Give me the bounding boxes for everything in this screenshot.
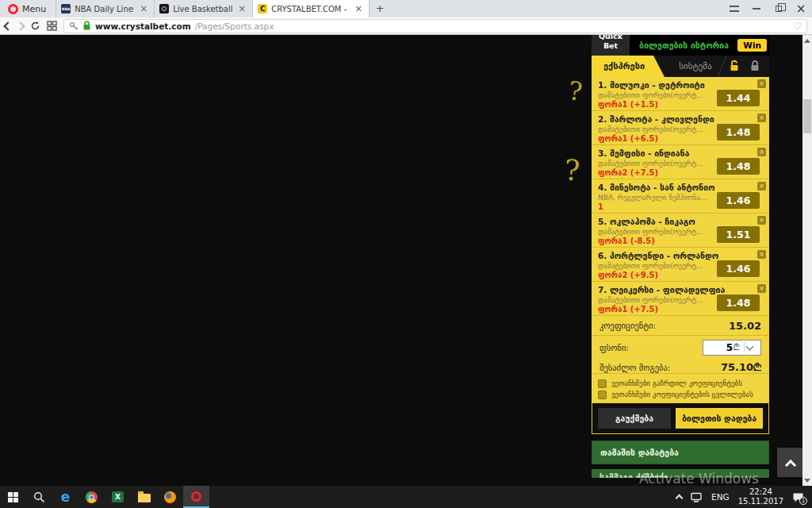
odds-value: 1.46 bbox=[717, 260, 760, 277]
currency-symbol: ₾ bbox=[733, 343, 740, 352]
livescores-favicon-icon bbox=[159, 4, 169, 13]
odds-value: 1.46 bbox=[717, 192, 760, 209]
scrollbar-down-icon[interactable] bbox=[802, 475, 812, 486]
folder-icon bbox=[138, 494, 151, 502]
taskbar-explorer-button[interactable] bbox=[131, 486, 157, 508]
bet-item: 4. მინესოტა - სან ანტონიო NBA, რეგულარულ… bbox=[592, 179, 769, 214]
tab-title: Live Basketball Scores - N bbox=[173, 5, 232, 13]
bet-item: 7. ლეიკერსი - ფილადელფია დამატებითი ფორე… bbox=[592, 282, 769, 316]
speed-dial-icon[interactable] bbox=[47, 21, 57, 31]
bet-match: 7. ლეიკერსი - ფილადელფია bbox=[598, 285, 749, 294]
activate-windows-watermark: Activate Windows bbox=[639, 471, 759, 487]
taskbar-firefox-button[interactable] bbox=[157, 486, 183, 508]
taskbar-opera-button[interactable] bbox=[183, 486, 209, 508]
scrollbar-up-icon[interactable] bbox=[802, 35, 812, 46]
browser-tab-bar: Menu NBA NBA Daily Lineups | RotoW × Liv… bbox=[0, 0, 812, 17]
checkbox-label: ვეთანხმები გაზრდილ კოეფიციენტებს bbox=[611, 379, 742, 387]
coefficient-value: 15.02 bbox=[729, 320, 761, 332]
tab-crystalbet[interactable]: C CRYSTALBET.COM - ონლ × bbox=[252, 0, 370, 17]
win-badge[interactable]: Win bbox=[737, 39, 767, 52]
bet-match: 6. პორტლენდი - ორლანდო bbox=[598, 251, 749, 260]
bet-market: დამატებითი ფორები(ოვერტ... bbox=[598, 262, 710, 270]
tab-nba-lineups[interactable]: NBA NBA Daily Lineups | RotoW × bbox=[56, 0, 154, 17]
taskbar-excel-button[interactable]: X bbox=[105, 486, 131, 508]
quick-bet-toggle[interactable]: Quick Bet bbox=[592, 35, 630, 56]
opera-logo-icon bbox=[8, 4, 18, 14]
taskbar-edge-button[interactable]: e bbox=[52, 486, 79, 508]
remove-bet-icon[interactable]: × bbox=[757, 284, 766, 293]
opera-menu-button[interactable]: Menu bbox=[0, 0, 56, 17]
url-field[interactable]: www.crystalbet.com /Pages/Sports.aspx ♡ bbox=[63, 19, 807, 33]
url-domain: www.crystalbet.com bbox=[95, 21, 191, 31]
question-mark-graphic: ? bbox=[564, 154, 580, 187]
taskbar-search-button[interactable] bbox=[26, 486, 52, 508]
bet-item: 2. შარლოტა - კლივლენდი დამატებითი ფორები… bbox=[592, 111, 769, 145]
bet-market: დამატებითი ფორები(ოვერტ... bbox=[598, 160, 710, 167]
windows-logo-icon bbox=[8, 492, 18, 502]
tab-title: NBA Daily Lineups | RotoW bbox=[75, 5, 134, 13]
odds-value: 1.51 bbox=[717, 226, 760, 243]
remove-bet-icon[interactable]: × bbox=[757, 216, 766, 225]
bet-market: დამატებითი ფორები(ოვერტ... bbox=[598, 296, 710, 304]
tab-system[interactable]: სისტემა bbox=[671, 56, 720, 77]
excel-icon: X bbox=[112, 491, 124, 502]
tab-menu-icon[interactable] bbox=[723, 0, 745, 17]
stake-value-field[interactable] bbox=[706, 342, 733, 353]
taskbar-clock[interactable]: 22:24 15.11.2017 bbox=[738, 487, 783, 506]
remove-bet-icon[interactable]: × bbox=[757, 114, 766, 122]
hidden-icons-chevron[interactable] bbox=[676, 495, 684, 502]
forward-icon[interactable] bbox=[16, 21, 25, 30]
divider bbox=[744, 342, 745, 353]
start-button[interactable] bbox=[0, 486, 26, 508]
chevron-up-icon bbox=[784, 459, 795, 470]
system-tray: ENG 22:24 15.11.2017 1 bbox=[676, 487, 812, 506]
browser-scrollbar[interactable] bbox=[802, 35, 812, 486]
notification-badge: 1 bbox=[799, 497, 807, 505]
secure-lock-icon[interactable] bbox=[82, 21, 91, 31]
scrollbar-thumb[interactable] bbox=[803, 99, 811, 133]
betslip-panel: Quick Bet ბილეთების ისტორია Win ექსპრესი… bbox=[592, 35, 769, 486]
minimize-button[interactable] bbox=[745, 0, 768, 17]
ticket-history-link[interactable]: ბილეთების ისტორია bbox=[639, 40, 729, 50]
add-game-button[interactable]: თამაშის დამატება bbox=[592, 441, 769, 464]
restore-button[interactable] bbox=[768, 0, 790, 17]
cancel-button[interactable]: გაუქმება bbox=[598, 408, 671, 429]
firefox-icon bbox=[164, 491, 176, 503]
clock-date: 15.11.2017 bbox=[738, 497, 783, 506]
reload-icon[interactable] bbox=[30, 21, 40, 31]
network-icon[interactable] bbox=[691, 492, 703, 502]
stake-label: ფსონი: bbox=[599, 343, 629, 352]
taskbar-chrome-button[interactable] bbox=[79, 486, 105, 508]
back-icon[interactable] bbox=[3, 21, 12, 30]
place-bet-button[interactable]: ბილეთის დადება bbox=[676, 408, 763, 429]
bet-match: 3. მემფისი - ინდიანა bbox=[598, 148, 749, 158]
close-button[interactable]: × bbox=[790, 0, 812, 17]
remove-bet-icon[interactable]: × bbox=[757, 148, 766, 156]
odds-value: 1.44 bbox=[717, 90, 760, 106]
unlock-icon[interactable] bbox=[728, 60, 741, 72]
checkbox-label: ვეთანხმები კოეფიციენტების ცვლილებას bbox=[611, 391, 753, 398]
language-indicator[interactable]: ENG bbox=[711, 492, 730, 502]
opera-icon bbox=[191, 491, 201, 502]
chevron-down-icon[interactable] bbox=[745, 343, 753, 351]
new-tab-button[interactable]: + bbox=[370, 0, 390, 17]
tab-close-icon[interactable]: × bbox=[138, 4, 149, 13]
odds-value: 1.48 bbox=[717, 158, 760, 175]
bookmark-heart-icon[interactable]: ♡ bbox=[793, 21, 802, 32]
action-center-button[interactable]: 1 bbox=[792, 492, 804, 502]
key-icon bbox=[69, 21, 79, 31]
coefficient-row: კოეფიციენტი: 15.02 bbox=[592, 316, 769, 336]
tab-express[interactable]: ექსპრესი bbox=[592, 56, 665, 77]
tab-live-scores[interactable]: Live Basketball Scores - N × bbox=[154, 0, 252, 17]
scroll-to-top-button[interactable] bbox=[777, 448, 803, 477]
tab-close-icon[interactable]: × bbox=[353, 4, 364, 13]
lock-icon[interactable] bbox=[749, 60, 761, 72]
tab-close-icon[interactable]: × bbox=[236, 4, 247, 13]
remove-bet-icon[interactable]: × bbox=[757, 79, 766, 88]
checkbox-odds-changes[interactable] bbox=[598, 391, 607, 399]
stake-input[interactable]: ₾ bbox=[703, 340, 761, 356]
bet-item: 6. პორტლენდი - ორლანდო დამატებითი ფორები… bbox=[592, 248, 769, 282]
checkbox-increased-odds[interactable] bbox=[598, 379, 607, 388]
remove-bet-icon[interactable]: × bbox=[757, 250, 766, 259]
remove-bet-icon[interactable]: × bbox=[757, 182, 766, 190]
